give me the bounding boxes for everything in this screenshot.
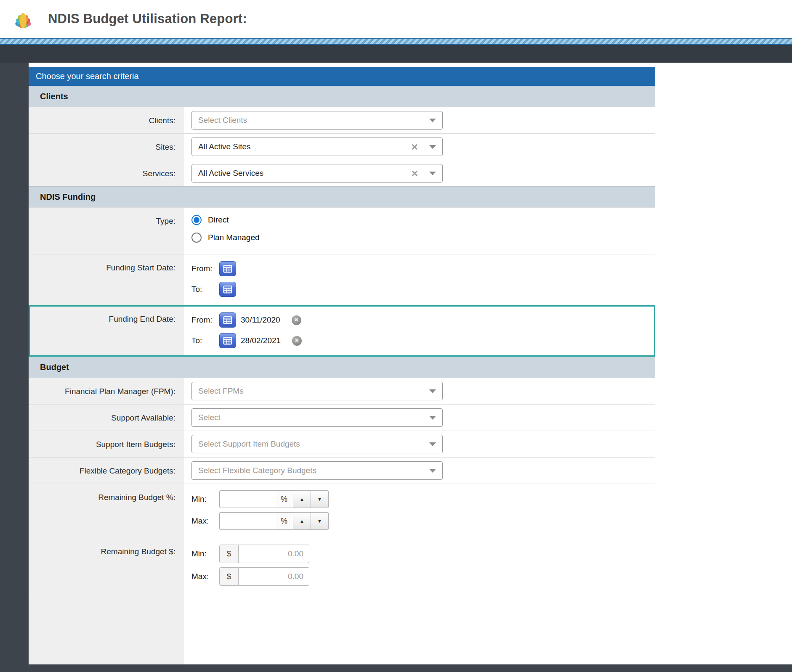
panel-filler — [29, 594, 655, 664]
min-label: Min: — [191, 495, 219, 504]
chevron-down-icon — [429, 172, 436, 175]
fpm-select-placeholder: Select FPMs — [198, 386, 429, 396]
funding-end-from-value: 30/11/2020 — [241, 315, 280, 325]
from-label: From: — [191, 315, 219, 325]
sites-select-value: All Active Sites — [198, 142, 411, 151]
spinner-down-icon[interactable]: ▼ — [311, 512, 329, 530]
services-select-value: All Active Services — [198, 169, 411, 178]
clients-label: Clients: — [29, 107, 184, 133]
clients-select[interactable]: Select Clients — [191, 111, 443, 130]
funding-start-date-label: Funding Start Date: — [29, 254, 184, 305]
funding-start-date-row: Funding Start Date: From: To: — [29, 254, 655, 305]
chevron-down-icon — [429, 442, 436, 446]
clients-select-placeholder: Select Clients — [198, 116, 429, 125]
services-row: Services: All Active Services ✕ — [29, 160, 655, 186]
main-content: Choose your search criteria Clients Clie… — [29, 63, 792, 664]
dollar-unit-box: $ — [219, 545, 239, 563]
support-available-placeholder: Select — [198, 413, 429, 422]
calendar-icon[interactable] — [219, 261, 236, 276]
funding-end-date-label: Funding End Date: — [29, 306, 184, 357]
page-title: NDIS Budget Utilisation Report: — [48, 11, 247, 26]
flexible-category-budgets-row: Flexible Category Budgets: Select Flexib… — [29, 457, 655, 484]
fpm-row: Financial Plan Manager (FPM): Select FPM… — [29, 378, 655, 404]
clients-row: Clients: Select Clients — [29, 107, 655, 133]
funding-end-to-value: 28/02/2021 — [241, 336, 281, 345]
to-label: To: — [191, 285, 219, 294]
remaining-budget-pct-max-input[interactable] — [219, 512, 275, 530]
dollar-unit-box: $ — [219, 567, 239, 586]
calendar-icon[interactable] — [219, 312, 236, 328]
support-available-row: Support Available: Select — [29, 404, 655, 431]
min-label: Min: — [191, 549, 219, 558]
radio-direct-label: Direct — [208, 215, 229, 225]
flexible-category-budgets-select[interactable]: Select Flexible Category Budgets — [191, 461, 443, 480]
decorative-stripe-bar — [0, 38, 792, 45]
spinner-up-icon[interactable]: ▲ — [293, 512, 311, 530]
lotus-logo-icon — [8, 6, 38, 32]
clear-icon[interactable]: ✕ — [411, 169, 418, 178]
app-header: NDIS Budget Utilisation Report: — [0, 0, 792, 38]
section-header-budget: Budget — [29, 357, 655, 378]
support-item-budgets-label: Support Item Budgets: — [29, 431, 184, 457]
chevron-down-icon — [429, 389, 436, 393]
clear-icon[interactable]: ✕ — [411, 143, 418, 151]
radio-plan-managed[interactable] — [191, 233, 202, 243]
max-label: Max: — [191, 572, 219, 581]
flexible-category-budgets-placeholder: Select Flexible Category Budgets — [198, 466, 429, 475]
remaining-budget-pct-label: Remaining Budget %: — [29, 484, 184, 538]
remaining-budget-dollar-min-input[interactable] — [239, 545, 309, 563]
sites-label: Sites: — [29, 134, 184, 160]
calendar-icon[interactable] — [219, 282, 236, 297]
to-label: To: — [191, 336, 219, 345]
section-header-clients: Clients — [29, 86, 655, 107]
spinner-down-icon[interactable]: ▼ — [311, 490, 329, 508]
remaining-budget-dollar-row: Remaining Budget $: Min: $ Max: $ — [29, 538, 655, 594]
chevron-down-icon — [429, 119, 436, 122]
services-label: Services: — [29, 160, 184, 186]
radio-option-direct: Direct — [191, 215, 648, 225]
support-item-budgets-row: Support Item Budgets: Select Support Ite… — [29, 431, 655, 457]
section-header-ndis-funding: NDIS Funding — [29, 186, 655, 207]
chevron-down-icon — [429, 416, 436, 420]
sites-select[interactable]: All Active Sites ✕ — [191, 138, 443, 156]
fpm-select[interactable]: Select FPMs — [191, 382, 443, 400]
services-select[interactable]: All Active Services ✕ — [191, 164, 443, 183]
support-available-label: Support Available: — [29, 405, 184, 431]
flexible-category-budgets-label: Flexible Category Budgets: — [29, 458, 184, 484]
search-criteria-panel: Choose your search criteria Clients Clie… — [29, 67, 655, 664]
remaining-budget-dollar-label: Remaining Budget $: — [29, 538, 184, 594]
support-item-budgets-select[interactable]: Select Support Item Budgets — [191, 435, 443, 453]
percent-unit-box: % — [275, 490, 293, 508]
radio-direct[interactable] — [191, 215, 202, 225]
fpm-label: Financial Plan Manager (FPM): — [29, 378, 184, 404]
percent-unit-box: % — [275, 512, 293, 530]
top-navigation-bar — [0, 45, 792, 63]
support-item-budgets-placeholder: Select Support Item Budgets — [198, 439, 429, 449]
funding-end-date-row: Funding End Date: From: 30/11/2020 ✕ To: — [29, 305, 655, 357]
radio-plan-managed-label: Plan Managed — [208, 233, 260, 242]
chevron-down-icon — [429, 145, 436, 149]
page-body: Choose your search criteria Clients Clie… — [0, 63, 792, 664]
left-sidebar — [0, 63, 29, 664]
sites-row: Sites: All Active Sites ✕ — [29, 133, 655, 160]
chevron-down-icon — [429, 469, 436, 473]
funding-type-row: Type: Direct Plan Managed — [29, 207, 655, 254]
clear-date-icon[interactable]: ✕ — [292, 336, 302, 346]
clear-date-icon[interactable]: ✕ — [292, 315, 301, 325]
max-label: Max: — [191, 516, 219, 526]
support-available-select[interactable]: Select — [191, 408, 443, 427]
panel-header: Choose your search criteria — [29, 67, 655, 86]
radio-option-plan-managed: Plan Managed — [191, 233, 648, 243]
from-label: From: — [191, 264, 219, 273]
funding-type-label: Type: — [29, 208, 184, 254]
bottom-chrome-strip — [0, 664, 792, 672]
remaining-budget-dollar-max-input[interactable] — [239, 567, 309, 586]
remaining-budget-pct-min-input[interactable] — [219, 490, 275, 508]
spinner-up-icon[interactable]: ▲ — [293, 490, 311, 508]
calendar-icon[interactable] — [219, 333, 236, 348]
remaining-budget-pct-row: Remaining Budget %: Min: % ▲ ▼ Max: % ▲ — [29, 484, 655, 538]
